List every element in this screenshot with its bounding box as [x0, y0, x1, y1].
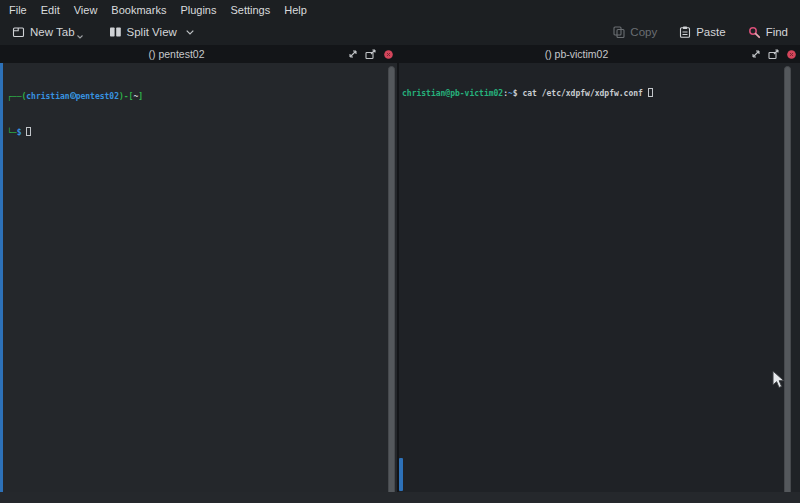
paste-icon	[679, 26, 691, 38]
pane-header-pb-victim02[interactable]: () pb-victim02	[397, 45, 800, 63]
menu-edit[interactable]: Edit	[34, 3, 67, 17]
find-icon	[748, 26, 761, 39]
close-pane-icon	[787, 50, 796, 59]
prompt-line: christian@pb-victim02:~$ cat /etc/xdpfw/…	[402, 88, 653, 99]
prompt-line: ┌──(christian@pentest02)-[~]	[7, 91, 143, 103]
copy-label: Copy	[630, 26, 657, 38]
menu-view[interactable]: View	[67, 3, 105, 17]
command-text: cat /etc/xdpfw/xdpfw.conf	[518, 89, 648, 98]
find-label: Find	[766, 26, 788, 38]
maximize-pane-button[interactable]	[750, 47, 761, 61]
menu-file[interactable]: File	[2, 3, 34, 17]
split-view-label: Split View	[127, 26, 177, 38]
terminal-cursor	[26, 127, 31, 136]
menu-help[interactable]: Help	[277, 3, 314, 17]
focus-accent-bar-left	[0, 63, 3, 492]
maximize-pane-icon	[751, 49, 761, 59]
new-tab-icon	[12, 26, 25, 38]
toolbar: New Tab Split View	[0, 19, 800, 45]
terminal-output: christian@pb-victim02:~$ cat /etc/xdpfw/…	[402, 66, 653, 121]
menu-settings[interactable]: Settings	[223, 3, 277, 17]
close-pane-button[interactable]	[786, 47, 797, 61]
konsole-window: File Edit View Bookmarks Plugins Setting…	[0, 0, 800, 503]
paste-label: Paste	[696, 26, 725, 38]
mouse-cursor	[772, 370, 785, 389]
pane-title: () pentest02	[0, 45, 353, 63]
terminal-cursor	[648, 88, 653, 97]
terminal-pb-victim02[interactable]: christian@pb-victim02:~$ cat /etc/xdpfw/…	[399, 63, 800, 492]
pane-header-pentest02[interactable]: () pentest02	[0, 45, 397, 63]
maximize-pane-icon	[348, 49, 358, 59]
new-tab-label: New Tab	[30, 26, 75, 38]
pane-divider[interactable]	[397, 63, 399, 492]
detach-pane-button[interactable]	[768, 47, 779, 61]
close-pane-icon	[384, 50, 393, 59]
detach-pane-icon	[768, 49, 779, 60]
split-view-icon	[109, 26, 122, 38]
scroll-position-indicator	[399, 458, 403, 491]
paste-button[interactable]: Paste	[673, 23, 731, 41]
terminal-output: ┌──(christian@pentest02)-[~] └─$	[7, 67, 143, 163]
detach-pane-icon	[365, 49, 376, 60]
scrollbar-right-pane[interactable]	[784, 66, 791, 496]
detach-pane-button[interactable]	[365, 47, 376, 61]
maximize-pane-button[interactable]	[347, 47, 358, 61]
menu-bookmarks[interactable]: Bookmarks	[104, 3, 173, 17]
find-button[interactable]: Find	[742, 23, 794, 42]
copy-button[interactable]: Copy	[607, 23, 663, 41]
prompt-line: └─$	[7, 127, 143, 139]
menu-bar: File Edit View Bookmarks Plugins Setting…	[0, 0, 800, 19]
pane-title: () pb-victim02	[397, 45, 756, 63]
new-tab-button[interactable]: New Tab	[6, 23, 89, 42]
chevron-down-icon	[186, 30, 194, 35]
chevron-down-icon	[77, 35, 83, 39]
menu-plugins[interactable]: Plugins	[173, 3, 223, 17]
terminal-pentest02[interactable]: ┌──(christian@pentest02)-[~] └─$	[0, 63, 397, 492]
window-bottom-edge	[0, 492, 800, 503]
pane-headers: () pentest02	[0, 45, 800, 63]
close-pane-button[interactable]	[383, 47, 394, 61]
copy-icon	[613, 26, 625, 38]
scrollbar-left-pane[interactable]	[388, 66, 395, 496]
split-view-button[interactable]: Split View	[103, 23, 200, 41]
